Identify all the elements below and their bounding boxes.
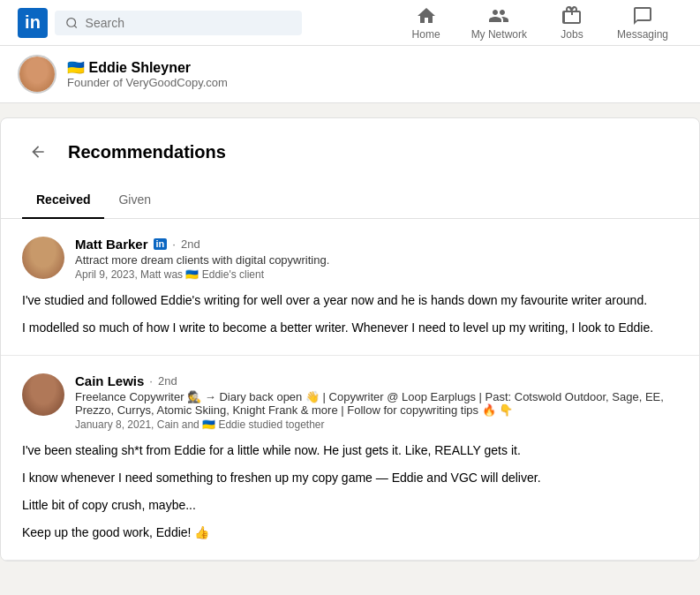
rec-para-matt-0: I've studied and followed Eddie's writin… [22,291,678,310]
navbar: in Home My Network Jobs [0,0,700,46]
profile-info: 🇺🇦 Eddie Shleyner Founder of VeryGoodCop… [67,59,228,89]
rec-header-cain: Cain Lewis · 2nd Freelance Copywriter 🕵️… [22,373,678,431]
page-title: Recommendations [68,142,226,162]
nav-network[interactable]: My Network [457,0,541,46]
recommendation-matt: Matt Barker in · 2nd Attract more dream … [1,219,699,356]
main-nav: Home My Network Jobs Messaging [395,0,682,46]
avatar-cain[interactable] [22,373,64,416]
rec-header-matt: Matt Barker in · 2nd Attract more dream … [22,237,678,281]
rec-para-matt-1: I modelled so much of how I write to bec… [22,319,678,337]
home-icon [416,5,437,26]
recommendations-header: Recommendations [1,118,699,182]
messaging-icon [632,5,653,26]
svg-point-0 [67,18,76,26]
main-content: Recommendations Received Given Matt Bark… [0,117,700,561]
rec-para-cain-0: I've been stealing sh*t from Eddie for a… [22,441,678,460]
rec-name-cain[interactable]: Cain Lewis [75,373,144,388]
profile-name[interactable]: 🇺🇦 Eddie Shleyner [67,59,228,76]
rec-name-matt[interactable]: Matt Barker [75,237,148,252]
search-input[interactable] [86,16,291,30]
rec-name-row-matt: Matt Barker in · 2nd [75,237,678,252]
linkedin-badge-matt: in [154,238,168,250]
back-arrow-icon [29,143,47,161]
rec-para-cain-3: Keep up the good work, Eddie! 👍 [22,523,678,542]
back-button[interactable] [22,136,54,168]
rec-name-row-cain: Cain Lewis · 2nd [75,373,678,388]
nav-home-label: Home [412,28,440,41]
degree-matt: · [172,237,176,251]
jobs-icon [561,5,583,26]
tabs: Received Given [1,182,699,219]
rec-meta-matt: April 9, 2023, Matt was 🇺🇦 Eddie's clien… [75,268,678,281]
rec-info-matt: Matt Barker in · 2nd Attract more dream … [75,237,678,281]
avatar-matt[interactable] [22,237,64,279]
tab-given[interactable]: Given [104,182,165,219]
rec-body-matt: I've studied and followed Eddie's writin… [22,291,678,337]
linkedin-logo[interactable]: in [18,8,48,38]
nav-messaging[interactable]: Messaging [603,0,682,46]
rec-meta-cain: January 8, 2021, Cain and 🇺🇦 Eddie studi… [75,418,678,431]
nav-home[interactable]: Home [395,0,457,46]
degree-value-cain: 2nd [158,374,177,388]
nav-messaging-label: Messaging [617,28,668,41]
profile-header: 🇺🇦 Eddie Shleyner Founder of VeryGoodCop… [0,46,700,103]
profile-title: Founder of VeryGoodCopy.com [67,76,228,89]
nav-jobs[interactable]: Jobs [541,0,603,46]
rec-body-cain: I've been stealing sh*t from Eddie for a… [22,441,678,542]
degree-value-matt: 2nd [181,237,200,251]
recommendation-cain: Cain Lewis · 2nd Freelance Copywriter 🕵️… [1,356,699,561]
rec-tagline-cain: Freelance Copywriter 🕵️ → Diary back ope… [75,390,678,417]
tab-received[interactable]: Received [22,182,104,219]
nav-network-label: My Network [471,28,527,41]
search-bar[interactable] [55,11,302,35]
rec-info-cain: Cain Lewis · 2nd Freelance Copywriter 🕵️… [75,373,678,431]
network-icon [488,5,509,26]
avatar[interactable] [18,55,56,94]
rec-para-cain-1: I know whenever I need something to fres… [22,469,678,487]
search-icon [65,16,79,30]
nav-jobs-label: Jobs [561,28,583,41]
degree-sep-cain: · [149,374,153,388]
rec-tagline-matt: Attract more dream clients with digital … [75,253,678,267]
rec-para-cain-2: Little bit of copy crush, maybe... [22,496,678,515]
svg-line-1 [74,25,77,27]
